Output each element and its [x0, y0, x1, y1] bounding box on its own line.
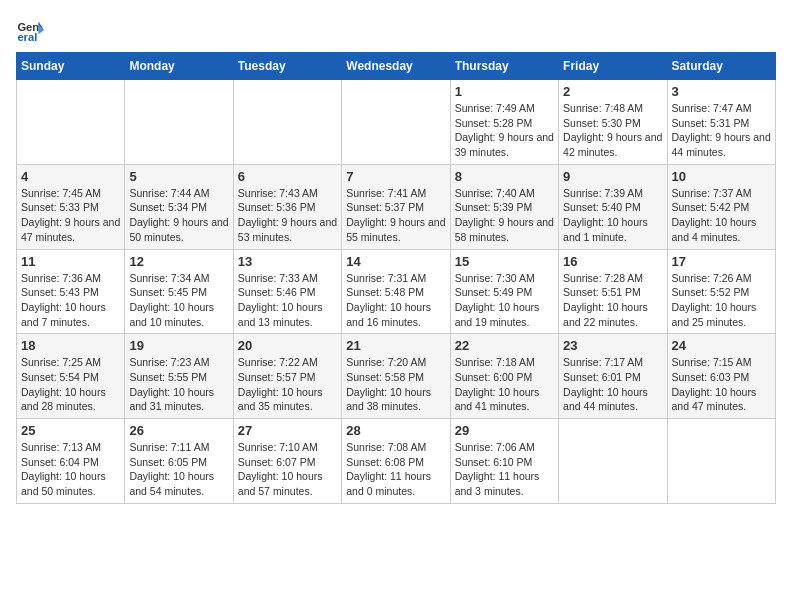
day-number: 1: [455, 84, 554, 99]
calendar-cell: [233, 80, 341, 165]
calendar-cell: [17, 80, 125, 165]
day-detail: Sunrise: 7:22 AM Sunset: 5:57 PM Dayligh…: [238, 355, 337, 414]
calendar-week-4: 18Sunrise: 7:25 AM Sunset: 5:54 PM Dayli…: [17, 334, 776, 419]
day-number: 15: [455, 254, 554, 269]
day-number: 22: [455, 338, 554, 353]
day-number: 5: [129, 169, 228, 184]
calendar-cell: 5Sunrise: 7:44 AM Sunset: 5:34 PM Daylig…: [125, 164, 233, 249]
day-detail: Sunrise: 7:25 AM Sunset: 5:54 PM Dayligh…: [21, 355, 120, 414]
day-detail: Sunrise: 7:44 AM Sunset: 5:34 PM Dayligh…: [129, 186, 228, 245]
day-number: 9: [563, 169, 662, 184]
day-number: 10: [672, 169, 771, 184]
calendar-cell: [125, 80, 233, 165]
calendar-cell: 16Sunrise: 7:28 AM Sunset: 5:51 PM Dayli…: [559, 249, 667, 334]
col-header-tuesday: Tuesday: [233, 53, 341, 80]
day-number: 21: [346, 338, 445, 353]
svg-text:eral: eral: [17, 31, 37, 43]
calendar-cell: 24Sunrise: 7:15 AM Sunset: 6:03 PM Dayli…: [667, 334, 775, 419]
day-detail: Sunrise: 7:48 AM Sunset: 5:30 PM Dayligh…: [563, 101, 662, 160]
calendar-cell: 8Sunrise: 7:40 AM Sunset: 5:39 PM Daylig…: [450, 164, 558, 249]
day-detail: Sunrise: 7:39 AM Sunset: 5:40 PM Dayligh…: [563, 186, 662, 245]
calendar-cell: 29Sunrise: 7:06 AM Sunset: 6:10 PM Dayli…: [450, 419, 558, 504]
calendar-cell: 21Sunrise: 7:20 AM Sunset: 5:58 PM Dayli…: [342, 334, 450, 419]
day-detail: Sunrise: 7:45 AM Sunset: 5:33 PM Dayligh…: [21, 186, 120, 245]
day-detail: Sunrise: 7:34 AM Sunset: 5:45 PM Dayligh…: [129, 271, 228, 330]
calendar-cell: 20Sunrise: 7:22 AM Sunset: 5:57 PM Dayli…: [233, 334, 341, 419]
calendar-cell: [342, 80, 450, 165]
day-number: 6: [238, 169, 337, 184]
day-number: 7: [346, 169, 445, 184]
calendar-cell: 28Sunrise: 7:08 AM Sunset: 6:08 PM Dayli…: [342, 419, 450, 504]
day-detail: Sunrise: 7:31 AM Sunset: 5:48 PM Dayligh…: [346, 271, 445, 330]
day-number: 3: [672, 84, 771, 99]
day-number: 29: [455, 423, 554, 438]
calendar-cell: 11Sunrise: 7:36 AM Sunset: 5:43 PM Dayli…: [17, 249, 125, 334]
calendar-cell: 13Sunrise: 7:33 AM Sunset: 5:46 PM Dayli…: [233, 249, 341, 334]
calendar-cell: [559, 419, 667, 504]
logo-icon: Gen eral: [16, 16, 44, 44]
col-header-wednesday: Wednesday: [342, 53, 450, 80]
calendar-cell: 10Sunrise: 7:37 AM Sunset: 5:42 PM Dayli…: [667, 164, 775, 249]
calendar-cell: 14Sunrise: 7:31 AM Sunset: 5:48 PM Dayli…: [342, 249, 450, 334]
day-detail: Sunrise: 7:11 AM Sunset: 6:05 PM Dayligh…: [129, 440, 228, 499]
calendar-cell: 9Sunrise: 7:39 AM Sunset: 5:40 PM Daylig…: [559, 164, 667, 249]
col-header-thursday: Thursday: [450, 53, 558, 80]
calendar-cell: 25Sunrise: 7:13 AM Sunset: 6:04 PM Dayli…: [17, 419, 125, 504]
day-detail: Sunrise: 7:33 AM Sunset: 5:46 PM Dayligh…: [238, 271, 337, 330]
calendar-cell: 17Sunrise: 7:26 AM Sunset: 5:52 PM Dayli…: [667, 249, 775, 334]
day-number: 18: [21, 338, 120, 353]
calendar-cell: 15Sunrise: 7:30 AM Sunset: 5:49 PM Dayli…: [450, 249, 558, 334]
day-detail: Sunrise: 7:17 AM Sunset: 6:01 PM Dayligh…: [563, 355, 662, 414]
day-detail: Sunrise: 7:37 AM Sunset: 5:42 PM Dayligh…: [672, 186, 771, 245]
day-detail: Sunrise: 7:15 AM Sunset: 6:03 PM Dayligh…: [672, 355, 771, 414]
calendar-cell: 4Sunrise: 7:45 AM Sunset: 5:33 PM Daylig…: [17, 164, 125, 249]
calendar-week-1: 1Sunrise: 7:49 AM Sunset: 5:28 PM Daylig…: [17, 80, 776, 165]
day-detail: Sunrise: 7:41 AM Sunset: 5:37 PM Dayligh…: [346, 186, 445, 245]
day-number: 12: [129, 254, 228, 269]
day-detail: Sunrise: 7:08 AM Sunset: 6:08 PM Dayligh…: [346, 440, 445, 499]
calendar-week-2: 4Sunrise: 7:45 AM Sunset: 5:33 PM Daylig…: [17, 164, 776, 249]
logo: Gen eral: [16, 16, 48, 44]
day-number: 27: [238, 423, 337, 438]
calendar-cell: 1Sunrise: 7:49 AM Sunset: 5:28 PM Daylig…: [450, 80, 558, 165]
col-header-sunday: Sunday: [17, 53, 125, 80]
calendar-cell: 19Sunrise: 7:23 AM Sunset: 5:55 PM Dayli…: [125, 334, 233, 419]
day-detail: Sunrise: 7:06 AM Sunset: 6:10 PM Dayligh…: [455, 440, 554, 499]
col-header-monday: Monday: [125, 53, 233, 80]
day-number: 19: [129, 338, 228, 353]
calendar-cell: [667, 419, 775, 504]
day-detail: Sunrise: 7:47 AM Sunset: 5:31 PM Dayligh…: [672, 101, 771, 160]
day-number: 16: [563, 254, 662, 269]
day-detail: Sunrise: 7:43 AM Sunset: 5:36 PM Dayligh…: [238, 186, 337, 245]
day-number: 23: [563, 338, 662, 353]
calendar-cell: 22Sunrise: 7:18 AM Sunset: 6:00 PM Dayli…: [450, 334, 558, 419]
page-header: Gen eral: [16, 16, 776, 44]
day-detail: Sunrise: 7:18 AM Sunset: 6:00 PM Dayligh…: [455, 355, 554, 414]
day-detail: Sunrise: 7:40 AM Sunset: 5:39 PM Dayligh…: [455, 186, 554, 245]
calendar-week-3: 11Sunrise: 7:36 AM Sunset: 5:43 PM Dayli…: [17, 249, 776, 334]
day-number: 13: [238, 254, 337, 269]
calendar-cell: 23Sunrise: 7:17 AM Sunset: 6:01 PM Dayli…: [559, 334, 667, 419]
day-number: 24: [672, 338, 771, 353]
calendar-cell: 7Sunrise: 7:41 AM Sunset: 5:37 PM Daylig…: [342, 164, 450, 249]
calendar-header-row: SundayMondayTuesdayWednesdayThursdayFrid…: [17, 53, 776, 80]
calendar-cell: 2Sunrise: 7:48 AM Sunset: 5:30 PM Daylig…: [559, 80, 667, 165]
calendar-cell: 12Sunrise: 7:34 AM Sunset: 5:45 PM Dayli…: [125, 249, 233, 334]
day-detail: Sunrise: 7:23 AM Sunset: 5:55 PM Dayligh…: [129, 355, 228, 414]
day-detail: Sunrise: 7:10 AM Sunset: 6:07 PM Dayligh…: [238, 440, 337, 499]
calendar-cell: 27Sunrise: 7:10 AM Sunset: 6:07 PM Dayli…: [233, 419, 341, 504]
day-detail: Sunrise: 7:36 AM Sunset: 5:43 PM Dayligh…: [21, 271, 120, 330]
day-number: 2: [563, 84, 662, 99]
day-detail: Sunrise: 7:26 AM Sunset: 5:52 PM Dayligh…: [672, 271, 771, 330]
calendar-cell: 6Sunrise: 7:43 AM Sunset: 5:36 PM Daylig…: [233, 164, 341, 249]
day-number: 20: [238, 338, 337, 353]
day-detail: Sunrise: 7:13 AM Sunset: 6:04 PM Dayligh…: [21, 440, 120, 499]
day-detail: Sunrise: 7:49 AM Sunset: 5:28 PM Dayligh…: [455, 101, 554, 160]
day-number: 17: [672, 254, 771, 269]
day-detail: Sunrise: 7:28 AM Sunset: 5:51 PM Dayligh…: [563, 271, 662, 330]
day-number: 4: [21, 169, 120, 184]
day-number: 25: [21, 423, 120, 438]
day-number: 14: [346, 254, 445, 269]
day-detail: Sunrise: 7:30 AM Sunset: 5:49 PM Dayligh…: [455, 271, 554, 330]
calendar-table: SundayMondayTuesdayWednesdayThursdayFrid…: [16, 52, 776, 504]
